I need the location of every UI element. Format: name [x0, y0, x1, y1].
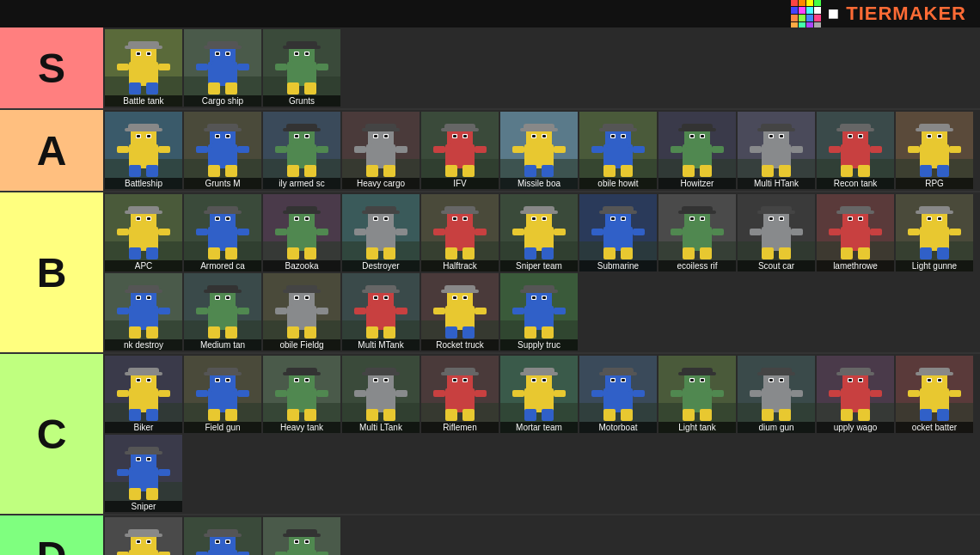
svg-rect-314: [621, 247, 633, 259]
list-item[interactable]: Multi MTank: [342, 273, 420, 351]
list-item[interactable]: Motorboat: [579, 356, 657, 433]
item-label: Mortar team: [500, 422, 578, 433]
svg-rect-68: [226, 135, 230, 137]
svg-rect-657: [158, 552, 170, 555]
svg-rect-281: [433, 229, 445, 235]
list-item[interactable]: Howitzer: [658, 112, 736, 189]
list-item[interactable]: APC: [105, 194, 182, 271]
list-item[interactable]: Multi LTank: [342, 356, 420, 433]
svg-rect-10: [125, 46, 162, 49]
tier-table: S Battle tank: [0, 27, 980, 555]
list-item[interactable]: Light tank: [658, 356, 736, 433]
list-item[interactable]: Missile boa: [500, 112, 578, 189]
svg-rect-77: [287, 144, 316, 168]
list-item[interactable]: RPG: [896, 112, 973, 189]
list-item[interactable]: Grunts: [263, 29, 340, 107]
list-item[interactable]: Battle tank: [105, 29, 182, 107]
list-item[interactable]: ecoiless rif: [658, 194, 736, 271]
svg-rect-28: [208, 82, 220, 95]
svg-rect-373: [920, 247, 932, 259]
svg-rect-17: [208, 62, 237, 86]
svg-rect-449: [462, 326, 475, 338]
svg-rect-252: [316, 229, 328, 235]
svg-rect-323: [701, 217, 704, 220]
svg-rect-29: [225, 82, 237, 95]
svg-rect-667: [216, 540, 219, 543]
list-item[interactable]: Multi HTank: [738, 112, 815, 189]
svg-rect-254: [304, 247, 316, 259]
list-item[interactable]: Grunts M: [184, 112, 261, 189]
svg-rect-283: [445, 247, 457, 259]
item-label: Rocket truck: [421, 339, 499, 351]
svg-rect-372: [949, 229, 961, 235]
list-item[interactable]: Rocket truck: [421, 273, 499, 351]
svg-rect-617: [920, 388, 949, 412]
svg-rect-671: [196, 552, 208, 555]
svg-rect-52: [137, 135, 140, 137]
svg-rect-207: [949, 146, 961, 153]
list-item[interactable]: obile howit: [579, 112, 657, 189]
svg-rect-74: [225, 165, 237, 177]
list-item[interactable]: Destroyer: [342, 194, 420, 271]
list-item[interactable]: Sniper: [105, 435, 182, 512]
list-item[interactable]: Bazooka: [263, 194, 340, 271]
list-item[interactable]: Recon tank: [817, 112, 894, 189]
item-label: Multi LTank: [342, 422, 420, 433]
list-item[interactable]: Heavy cargo: [342, 112, 420, 189]
list-item[interactable]: Riflemen: [421, 356, 499, 433]
list-item[interactable]: dium gun: [738, 356, 815, 433]
list-item[interactable]: Supply truc: [500, 273, 578, 351]
svg-rect-512: [366, 388, 395, 412]
list-item[interactable]: anti-tank gu: [105, 517, 182, 555]
svg-rect-158: [701, 135, 704, 137]
list-item[interactable]: Field gun: [184, 356, 261, 433]
svg-rect-14: [146, 82, 158, 95]
item-label: Grunts M: [184, 178, 261, 189]
svg-rect-557: [603, 388, 633, 412]
list-item[interactable]: Mortar team: [500, 356, 578, 433]
item-label: Destroyer: [342, 260, 420, 271]
svg-rect-508: [287, 409, 299, 421]
list-item[interactable]: Cargo ship: [184, 29, 261, 107]
list-item[interactable]: Medium tan: [184, 273, 261, 351]
svg-rect-607: [848, 379, 852, 381]
list-item[interactable]: Tankette: [263, 517, 340, 555]
svg-rect-149: [621, 165, 633, 177]
svg-rect-683: [305, 540, 309, 543]
svg-rect-178: [762, 165, 774, 177]
svg-rect-403: [208, 326, 220, 338]
svg-rect-224: [146, 247, 158, 259]
svg-rect-518: [384, 379, 388, 381]
list-item[interactable]: Submarine: [579, 194, 657, 271]
svg-rect-535: [441, 372, 479, 375]
list-item[interactable]: Sniper team: [500, 194, 578, 271]
svg-rect-488: [226, 379, 230, 381]
list-item[interactable]: Lorry: [184, 517, 261, 555]
svg-rect-268: [366, 247, 378, 259]
list-item[interactable]: Biker: [105, 356, 182, 433]
list-item[interactable]: Armored ca: [184, 194, 261, 271]
list-item[interactable]: Heavy tank: [263, 356, 340, 433]
svg-rect-490: [204, 372, 242, 375]
svg-rect-23: [226, 52, 230, 55]
list-item[interactable]: lamethrowe: [817, 194, 894, 271]
list-item[interactable]: Light gunne: [896, 194, 973, 271]
svg-rect-562: [611, 379, 615, 381]
svg-rect-269: [383, 247, 395, 259]
svg-rect-238: [208, 247, 220, 259]
list-item[interactable]: Halftrack: [421, 194, 499, 271]
svg-rect-194: [858, 165, 870, 177]
svg-rect-656: [117, 552, 129, 555]
svg-rect-263: [384, 217, 388, 220]
list-item[interactable]: ily armed sc: [263, 112, 340, 189]
list-item[interactable]: IFV: [421, 112, 499, 189]
svg-rect-98: [384, 135, 388, 137]
list-item[interactable]: Scout car: [738, 194, 815, 271]
list-item[interactable]: nk destroy: [105, 273, 182, 351]
list-item[interactable]: ocket batter: [896, 356, 973, 433]
svg-rect-223: [129, 247, 141, 259]
svg-rect-522: [395, 390, 407, 397]
list-item[interactable]: Battleship: [105, 112, 182, 189]
list-item[interactable]: upply wago: [817, 356, 894, 433]
list-item[interactable]: obile Fieldg: [263, 273, 340, 351]
